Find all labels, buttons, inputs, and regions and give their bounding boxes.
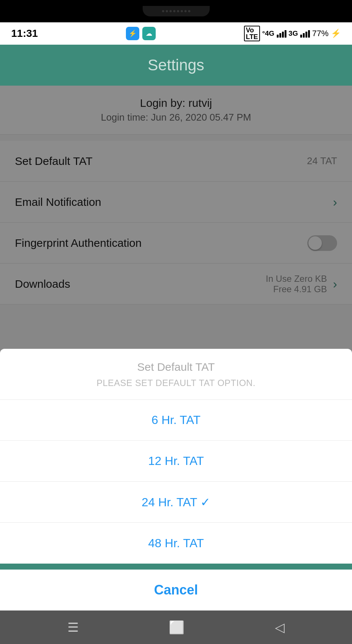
dialog-title: Set Default TAT [15,361,337,373]
dialog-options: 6 Hr. TAT 12 Hr. TAT 24 Hr. TAT ✓ 48 Hr.… [0,400,352,564]
status-right: VoLTE °4G 3G 77% ⚡ [244,26,341,41]
settings-content: Login by: rutvij Login time: Jun 26, 202… [0,86,352,610]
notch [143,6,210,16]
dialog-green-bar [0,564,352,567]
tat-6hr-label: 6 Hr. TAT [152,413,201,427]
cloud-icon: ☁ [142,27,156,40]
dialog-header: Set Default TAT PLEASE SET DEFAULT TAT O… [0,349,352,392]
status-icons: ⚡ ☁ [126,27,156,40]
3g-icon: 3G [289,29,298,38]
app-header: Settings [0,45,352,86]
volte-icon: VoLTE [244,26,260,41]
4g-signal-bars [277,29,286,38]
3g-signal-bars [300,29,310,38]
cancel-button[interactable]: Cancel [0,570,352,610]
status-bar: 11:31 ⚡ ☁ VoLTE °4G 3G [0,22,352,45]
tat-option-6hr[interactable]: 6 Hr. TAT [0,400,352,441]
notch-area [0,0,352,22]
battery-level: 77% [312,29,329,38]
app-title: Settings [148,56,204,74]
home-nav-icon[interactable]: ⬜ [169,620,184,635]
cancel-button-container: Cancel [0,567,352,610]
tat-24hr-label: 24 Hr. TAT ✓ [142,495,210,509]
phone-screen: 11:31 ⚡ ☁ VoLTE °4G 3G [0,22,352,644]
bottom-nav: ☰ ⬜ ◁ [0,610,352,644]
tat-option-12hr[interactable]: 12 Hr. TAT [0,441,352,482]
status-time: 11:31 [11,28,38,39]
usb-icon: ⚡ [126,27,139,40]
phone-frame: 11:31 ⚡ ☁ VoLTE °4G 3G [0,0,352,644]
menu-nav-icon[interactable]: ☰ [67,620,79,635]
battery-icon: ⚡ [331,29,341,38]
back-nav-icon[interactable]: ◁ [275,620,285,635]
dialog-container: Set Default TAT PLEASE SET DEFAULT TAT O… [0,349,352,610]
4g-icon: °4G [262,29,275,38]
tat-dialog: Set Default TAT PLEASE SET DEFAULT TAT O… [0,349,352,567]
dialog-subtitle: PLEASE SET DEFAULT TAT OPTION. [15,378,337,388]
tat-12hr-label: 12 Hr. TAT [148,454,204,468]
tat-option-24hr[interactable]: 24 Hr. TAT ✓ [0,482,352,523]
tat-option-48hr[interactable]: 48 Hr. TAT [0,523,352,564]
tat-48hr-label: 48 Hr. TAT [148,536,204,550]
